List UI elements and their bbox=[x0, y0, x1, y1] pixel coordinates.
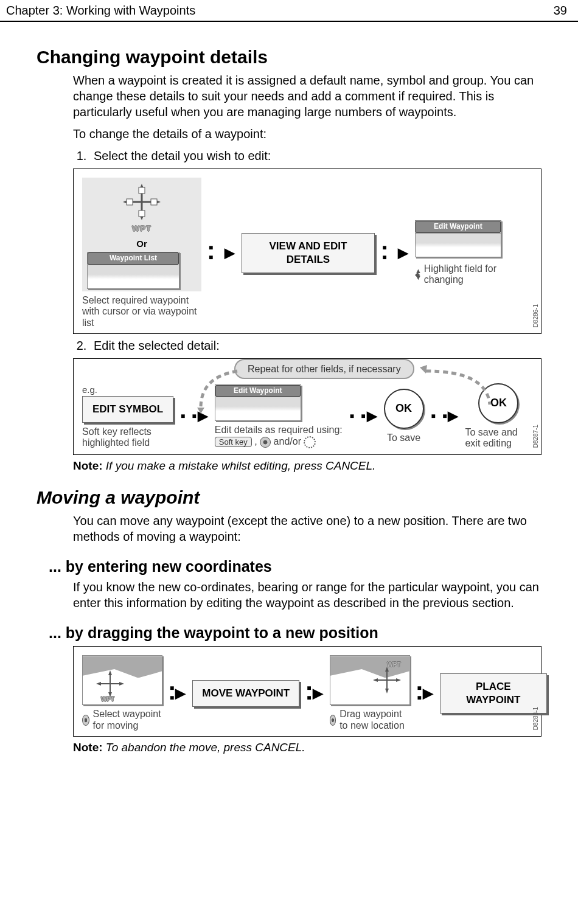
ok-button: OK bbox=[384, 389, 424, 429]
soft-key-chip: Soft key bbox=[215, 437, 252, 447]
body-text: To change the details of a waypoint: bbox=[73, 126, 541, 142]
svg-marker-10 bbox=[197, 408, 204, 414]
step-1: Select the detail you wish to edit: bbox=[90, 148, 541, 164]
repeat-bubble: Repeat for other fields, if necessary bbox=[234, 359, 414, 379]
and-or-label: and/or bbox=[274, 436, 301, 446]
svg-marker-23 bbox=[396, 678, 401, 682]
view-edit-panel: VIEW AND EDIT DETAILS bbox=[242, 233, 375, 273]
svg-marker-22 bbox=[373, 678, 378, 682]
svg-marker-17 bbox=[119, 682, 124, 686]
figure-select-detail: WPT Or Waypoint List Select required way… bbox=[73, 168, 541, 334]
map-thumb: WPT bbox=[330, 655, 410, 705]
svg-rect-6 bbox=[139, 187, 145, 193]
svg-marker-21 bbox=[385, 689, 389, 693]
wpt-label: WPT bbox=[101, 695, 114, 703]
subheading-coords: ... by entering new coordinates bbox=[49, 557, 541, 577]
body-text: You can move any waypoint (except the ac… bbox=[73, 513, 541, 544]
section-heading-changing: Changing waypoint details bbox=[37, 45, 541, 69]
edit-symbol-panel: EDIT SYMBOL bbox=[82, 396, 173, 423]
svg-rect-7 bbox=[139, 210, 145, 217]
arrow-icon: ■ ■ ▶ bbox=[415, 684, 435, 703]
arrow-icon: ■ ■ ▶ bbox=[167, 684, 187, 703]
arrow-icon: ■ ■ ▶ bbox=[380, 243, 410, 262]
subheading-drag: ... by dragging the waypoint to a new po… bbox=[49, 623, 541, 643]
page-number: 39 bbox=[554, 2, 567, 18]
arrow-icon: ■ ■ ▶ bbox=[347, 408, 379, 425]
rotary-icon bbox=[304, 436, 316, 448]
or-label: Or bbox=[87, 238, 197, 250]
figure-code: D8288-1 bbox=[532, 707, 540, 730]
fourway-icon bbox=[330, 715, 336, 726]
page-header: Chapter 3: Working with Waypoints 39 bbox=[0, 0, 578, 22]
svg-marker-11 bbox=[420, 365, 427, 373]
arrow-icon: ■ ■ ▶ bbox=[304, 684, 324, 703]
wpt-label: WPT bbox=[387, 661, 400, 669]
figure-code: D8286-1 bbox=[532, 304, 540, 327]
note-cancel-edit: Note: If you make a mistake whilst editi… bbox=[73, 459, 541, 474]
caption-select-move: Select waypoint for moving bbox=[93, 709, 162, 731]
place-waypoint-panel: PLACE WAYPOINT bbox=[440, 673, 547, 714]
cursor-icon bbox=[87, 184, 197, 220]
caption-to-save: To save bbox=[387, 432, 420, 443]
body-text: When a waypoint is created it is assigne… bbox=[73, 72, 541, 120]
note-cancel-move: Note: To abandon the move, press CANCEL. bbox=[73, 740, 541, 756]
caption-save-exit: To save and exit editing bbox=[465, 427, 532, 450]
move-waypoint-panel: MOVE WAYPOINT bbox=[192, 680, 299, 707]
figure-code: D8287-1 bbox=[532, 425, 540, 448]
arrow-icon: ■ ■ ▶ bbox=[206, 243, 237, 262]
updown-icon: ▲◆▼ bbox=[415, 269, 422, 280]
caption-drag: Drag waypoint to new location bbox=[339, 709, 409, 731]
wpt-label: WPT bbox=[132, 224, 151, 234]
figure-drag-waypoint: WPT Select waypoint for moving ■ ■ ▶ MOV… bbox=[73, 646, 541, 737]
edit-waypoint-tab: Edit Waypoint bbox=[416, 221, 501, 233]
waypoint-list-tab: Waypoint List bbox=[88, 252, 179, 265]
fourway-icon bbox=[82, 715, 89, 726]
map-thumb: WPT bbox=[82, 655, 162, 705]
caption-softkey: Soft key reflects highlighted field bbox=[82, 426, 173, 449]
svg-rect-9 bbox=[151, 199, 157, 205]
step-2: Edit the selected detail: bbox=[90, 338, 541, 353]
svg-rect-8 bbox=[127, 199, 133, 205]
chapter-title: Chapter 3: Working with Waypoints bbox=[6, 2, 195, 18]
eg-label: e.g. bbox=[82, 384, 173, 396]
svg-marker-16 bbox=[96, 682, 101, 686]
body-text: If you know the new co-ordinates, bearin… bbox=[73, 579, 541, 611]
svg-marker-14 bbox=[108, 670, 112, 675]
caption-edit-details: Edit details as required using: bbox=[215, 425, 343, 435]
section-heading-moving: Moving a waypoint bbox=[37, 485, 541, 509]
figure-edit-detail: Repeat for other fields, if necessary e.… bbox=[73, 358, 541, 455]
caption-highlight: Highlight field for changing bbox=[424, 263, 532, 286]
trackpad-icon bbox=[260, 437, 271, 448]
caption-select: Select required waypoint with cursor or … bbox=[82, 295, 201, 328]
